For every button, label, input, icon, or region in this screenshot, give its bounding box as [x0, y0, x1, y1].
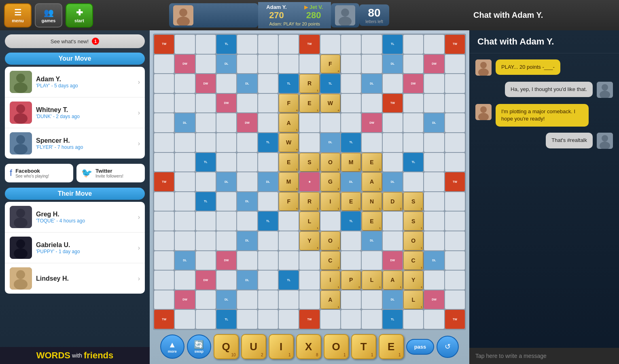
- board-cell-14-10[interactable]: [341, 290, 361, 309]
- board-cell-13-8[interactable]: [299, 271, 319, 290]
- game-item-greg[interactable]: Greg H. 'TOQUE' - 4 hours ago ›: [5, 202, 145, 233]
- board-cell-4-11[interactable]: [362, 94, 382, 113]
- board-cell-12-6[interactable]: [258, 251, 278, 270]
- board-cell-11-13[interactable]: O1: [403, 231, 423, 250]
- board-cell-9-6[interactable]: [258, 192, 278, 211]
- game-item-whitney[interactable]: Whitney T. 'DUNK' - 2 days ago ›: [5, 97, 145, 128]
- board-cell-9-14[interactable]: [424, 192, 444, 211]
- board-cell-15-7[interactable]: [279, 310, 299, 329]
- board-cell-7-15[interactable]: [445, 153, 465, 172]
- board-cell-3-9[interactable]: TL: [320, 74, 340, 93]
- board-cell-3-5[interactable]: DL: [237, 74, 257, 93]
- board-cell-1-3[interactable]: [196, 35, 216, 54]
- board-cell-7-7[interactable]: E1: [279, 153, 299, 172]
- board-cell-2-4[interactable]: DL: [216, 55, 236, 74]
- board-cell-15-8[interactable]: TW: [299, 310, 319, 329]
- rack-tile-q[interactable]: Q 10: [214, 334, 239, 359]
- board-cell-4-4[interactable]: DW: [216, 94, 236, 113]
- board-cell-8-1[interactable]: TW: [154, 172, 174, 191]
- board-cell-11-15[interactable]: [445, 231, 465, 250]
- board-cell-12-8[interactable]: [299, 251, 319, 270]
- board-cell-13-6[interactable]: [258, 271, 278, 290]
- board-cell-7-4[interactable]: [216, 153, 236, 172]
- board-cell-4-1[interactable]: [154, 94, 174, 113]
- board-cell-1-8[interactable]: TW: [299, 35, 319, 54]
- board-cell-11-8[interactable]: Y4: [299, 231, 319, 250]
- board-cell-12-13[interactable]: C3: [403, 251, 423, 270]
- board-cell-4-10[interactable]: [341, 94, 361, 113]
- rack-tile-x[interactable]: X 8: [296, 334, 321, 359]
- board-cell-7-9[interactable]: O1: [320, 153, 340, 172]
- board-cell-10-8[interactable]: L1: [299, 212, 319, 231]
- board-cell-13-14[interactable]: [424, 271, 444, 290]
- board-cell-3-10[interactable]: [341, 74, 361, 93]
- rack-tile-e[interactable]: E 1: [379, 334, 404, 359]
- facebook-button[interactable]: f Facebook See who's playing!: [5, 164, 73, 182]
- board-cell-11-1[interactable]: [154, 231, 174, 250]
- board-cell-6-6[interactable]: TL: [258, 133, 278, 152]
- board-cell-14-7[interactable]: [279, 290, 299, 309]
- board-cell-13-10[interactable]: P3: [341, 271, 361, 290]
- board-cell-12-2[interactable]: DL: [175, 251, 195, 270]
- board-cell-10-14[interactable]: [424, 212, 444, 231]
- board-cell-1-15[interactable]: TW: [445, 35, 465, 54]
- board-cell-13-13[interactable]: Y4: [403, 271, 423, 290]
- board-cell-15-5[interactable]: [237, 310, 257, 329]
- board-cell-10-13[interactable]: S1: [403, 212, 423, 231]
- board-cell-10-5[interactable]: [237, 212, 257, 231]
- board-cell-4-8[interactable]: E1: [299, 94, 319, 113]
- board-cell-6-2[interactable]: [175, 133, 195, 152]
- board-cell-11-3[interactable]: [196, 231, 216, 250]
- board-cell-3-13[interactable]: DW: [403, 74, 423, 93]
- board-cell-14-2[interactable]: DW: [175, 290, 195, 309]
- board-cell-4-13[interactable]: [403, 94, 423, 113]
- board-cell-9-7[interactable]: F4: [279, 192, 299, 211]
- board-cell-5-11[interactable]: DW: [362, 113, 382, 132]
- board-cell-11-14[interactable]: [424, 231, 444, 250]
- board-cell-5-9[interactable]: [320, 113, 340, 132]
- board-cell-8-7[interactable]: M3: [279, 172, 299, 191]
- board-cell-9-1[interactable]: [154, 192, 174, 211]
- board-cell-3-6[interactable]: [258, 74, 278, 93]
- board-cell-12-7[interactable]: [279, 251, 299, 270]
- start-button[interactable]: ✚ start: [66, 3, 93, 28]
- board-cell-2-12[interactable]: DL: [383, 55, 403, 74]
- board-cell-14-13[interactable]: L1: [403, 290, 423, 309]
- rack-tile-u[interactable]: U 2: [241, 334, 266, 359]
- board-cell-15-3[interactable]: [196, 310, 216, 329]
- board-cell-2-3[interactable]: [196, 55, 216, 74]
- board-cell-13-5[interactable]: DL: [237, 271, 257, 290]
- board-cell-10-7[interactable]: [279, 212, 299, 231]
- board-cell-12-10[interactable]: [341, 251, 361, 270]
- board-cell-11-11[interactable]: DL: [362, 231, 382, 250]
- board-cell-11-9[interactable]: O1: [320, 231, 340, 250]
- board-cell-1-11[interactable]: [362, 35, 382, 54]
- rack-tile-o[interactable]: O 1: [324, 334, 349, 359]
- board-cell-1-12[interactable]: TL: [383, 35, 403, 54]
- board-cell-6-15[interactable]: [445, 133, 465, 152]
- board-cell-15-11[interactable]: [362, 310, 382, 329]
- board-cell-2-8[interactable]: [299, 55, 319, 74]
- board-cell-7-2[interactable]: [175, 153, 195, 172]
- board-cell-15-13[interactable]: [403, 310, 423, 329]
- board-cell-12-14[interactable]: DL: [424, 251, 444, 270]
- board-cell-6-9[interactable]: DL: [320, 133, 340, 152]
- board-cell-5-15[interactable]: [445, 113, 465, 132]
- board-cell-5-8[interactable]: [299, 113, 319, 132]
- board-cell-8-12[interactable]: DL: [383, 172, 403, 191]
- board-cell-14-4[interactable]: DL: [216, 290, 236, 309]
- board-cell-13-3[interactable]: DW: [196, 271, 216, 290]
- board-cell-8-9[interactable]: G2: [320, 172, 340, 191]
- board-cell-15-14[interactable]: [424, 310, 444, 329]
- board-cell-4-7[interactable]: F4: [279, 94, 299, 113]
- twitter-button[interactable]: 🐦 Twitter Invite followers!: [76, 164, 145, 182]
- board-cell-9-10[interactable]: E1: [341, 192, 361, 211]
- board-cell-7-14[interactable]: [424, 153, 444, 172]
- board-cell-7-10[interactable]: M3: [341, 153, 361, 172]
- board-cell-6-11[interactable]: [362, 133, 382, 152]
- board-cell-15-1[interactable]: TW: [154, 310, 174, 329]
- chat-input-bar[interactable]: Tap here to write a message: [469, 348, 619, 364]
- board-cell-6-4[interactable]: [216, 133, 236, 152]
- board-cell-2-5[interactable]: [237, 55, 257, 74]
- board-cell-5-1[interactable]: [154, 113, 174, 132]
